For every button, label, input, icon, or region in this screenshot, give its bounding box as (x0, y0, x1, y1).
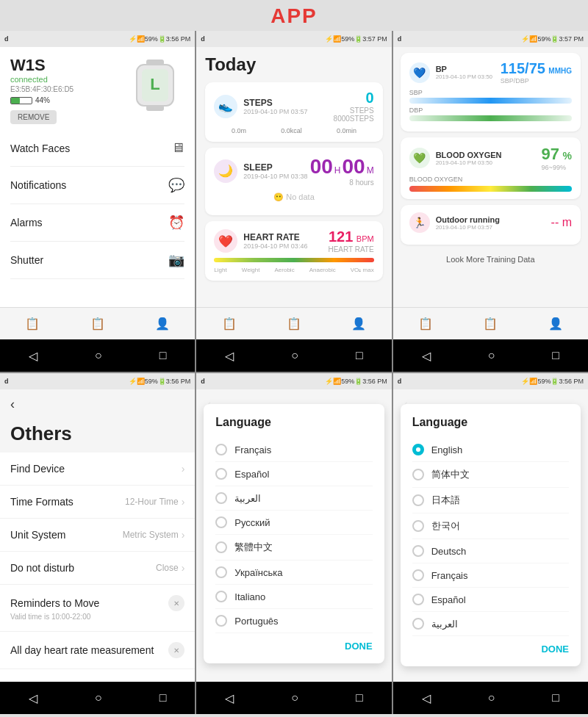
running-date: 2019-04-10 PM 03:57 (436, 224, 551, 231)
unit-system-item[interactable]: Unit System Metric System › (0, 519, 195, 552)
zone-vo2: VO₂ max (351, 267, 374, 273)
back-nav-2[interactable]: ◁ (225, 349, 234, 363)
tab-profile[interactable]: 👤 (155, 317, 170, 331)
language-item[interactable]: Language English › (0, 669, 195, 682)
tab-device[interactable]: 📋 (90, 317, 105, 331)
steps-number: 0 (366, 90, 374, 106)
phone-grid: d ⚡📶59%🔋3:56 PM W1S connected E3:5B:4F:3… (0, 31, 588, 714)
recents-nav-5[interactable]: □ (356, 691, 363, 705)
tab-profile-3[interactable]: 👤 (548, 317, 563, 331)
heart-icon: ❤️ (214, 229, 237, 253)
heart-label: HEART RATE (328, 245, 373, 253)
battery-text: 44% (35, 96, 50, 104)
tab-home[interactable]: 📋 (25, 317, 40, 331)
recents-nav-6[interactable]: □ (552, 691, 559, 705)
lang-done-btn-5[interactable]: DONE (345, 641, 373, 652)
device-info: W1S connected E3:5B:4F:30:E6:D5 44% REMO… (10, 56, 74, 124)
back-nav-5[interactable]: ◁ (225, 691, 234, 705)
language-dialog-5: Language Français Español العربية Русски… (204, 404, 384, 663)
lang-option-arabic-6[interactable]: العربية (412, 612, 569, 636)
allday-heart-toggle[interactable]: ✕ (168, 642, 184, 658)
menu-item-label-notifications: Notifications (10, 179, 66, 191)
remove-button[interactable]: REMOVE (10, 110, 57, 124)
lang-option-trad-chinese[interactable]: 繁體中文 (215, 535, 372, 561)
menu-item-watchfaces[interactable]: Watch Faces 🖥 (10, 130, 184, 167)
oxygen-subunit: 96~99% (542, 164, 572, 171)
radio-italiano (215, 591, 227, 602)
bp-subunit: SBP/DBP (501, 77, 572, 84)
radio-ukrainian (215, 566, 227, 578)
tab-today[interactable]: 📋 (222, 317, 237, 331)
status-right-6: ⚡📶59%🔋3:56 PM (521, 378, 584, 385)
steps-icon: 👟 (214, 95, 237, 118)
find-device-chevron: › (182, 463, 185, 475)
lang-option-japanese[interactable]: 日本語 (412, 488, 569, 514)
tab-device-2[interactable]: 📋 (287, 317, 301, 331)
lang-option-arabic[interactable]: العربية (215, 486, 372, 511)
lang-option-english[interactable]: English (412, 438, 569, 462)
find-device-item[interactable]: Find Device › (0, 453, 195, 486)
steps-goal: 8000STEPS (334, 115, 374, 123)
home-nav-4[interactable]: ○ (95, 691, 102, 705)
time-formats-item[interactable]: Time Formats 12-Hour Time › (0, 486, 195, 519)
status-left-1: d (4, 35, 9, 43)
lang-option-francais[interactable]: Français (215, 438, 372, 462)
menu-item-notifications[interactable]: Notifications 💬 (10, 167, 184, 204)
recents-nav-2[interactable]: □ (356, 349, 363, 362)
oxygen-value: 97 (542, 145, 559, 163)
back-nav-3[interactable]: ◁ (422, 349, 431, 363)
sbp-bar (409, 98, 572, 104)
lang-label-korean: 한국어 (431, 519, 460, 533)
shutter-icon: 📷 (168, 252, 184, 268)
lang-option-simplified[interactable]: 简体中文 (412, 462, 569, 488)
lang-option-deutsch[interactable]: Deutsch (412, 539, 569, 563)
lang-option-russian[interactable]: Русский (215, 511, 372, 535)
lang-option-espanol[interactable]: Español (215, 462, 372, 486)
home-nav-1[interactable]: ○ (95, 349, 102, 362)
lang-option-ukrainian[interactable]: Українська (215, 561, 372, 585)
recents-nav-4[interactable]: □ (159, 691, 167, 705)
app-title: APP (0, 0, 588, 31)
lang-option-portugues[interactable]: Português (215, 609, 372, 633)
lang-done-btn-6[interactable]: DONE (541, 644, 569, 655)
tab-health[interactable]: 📋 (418, 317, 433, 331)
steps-date: 2019-04-10 PM 03:57 (243, 108, 333, 115)
heart-card-header: ❤️ HEART RATE 2019-04-10 PM 03:46 121 BP… (214, 228, 373, 253)
others-back-btn[interactable]: ‹ (0, 389, 195, 419)
dnd-item[interactable]: Do not disturb Close › (0, 552, 195, 585)
training-link[interactable]: Look More Training Data (401, 251, 581, 268)
lang-option-francais-6[interactable]: Français (412, 563, 569, 588)
lang-option-espanol-6[interactable]: Español (412, 588, 569, 612)
home-nav-2[interactable]: ○ (291, 349, 298, 362)
menu-item-label-alarms: Alarms (10, 217, 43, 228)
tab-device-3[interactable]: 📋 (483, 317, 498, 331)
oxygen-card: 💚 BLOOD OXYGEN 2019-04-10 PM 03:50 97 % … (401, 137, 581, 199)
back-nav-6[interactable]: ◁ (422, 691, 431, 705)
menu-item-alarms[interactable]: Alarms ⏰ (10, 204, 184, 242)
lang-done-row-6: DONE (412, 636, 569, 655)
tab-profile-2-icon: 👤 (351, 317, 366, 331)
lang-label-russian: Русский (234, 517, 270, 528)
tab-profile-2[interactable]: 👤 (351, 317, 366, 331)
allday-heart-item[interactable]: All day heart rate measurement ✕ (0, 632, 195, 669)
allday-heart-label: All day heart rate measurement (10, 644, 154, 656)
sleep-big: 00 H 00 M (310, 155, 374, 179)
lang-option-korean[interactable]: 한국어 (412, 514, 569, 539)
steps-card-header: 👟 STEPS 2019-04-10 PM 03:57 0 STEPS 8000… (214, 90, 373, 123)
recents-nav-1[interactable]: □ (159, 349, 167, 362)
home-nav-6[interactable]: ○ (488, 691, 495, 705)
lang-label-espanol-6: Español (431, 594, 466, 605)
lang-option-italiano[interactable]: Italiano (215, 585, 372, 609)
back-nav-4[interactable]: ◁ (29, 691, 37, 705)
home-nav-3[interactable]: ○ (488, 349, 495, 362)
steps-title: STEPS (243, 98, 333, 108)
reminders-item[interactable]: Reminders to Move ✕ Valid time is 10:00-… (0, 585, 195, 632)
recents-nav-3[interactable]: □ (552, 349, 559, 362)
back-nav-1[interactable]: ◁ (29, 349, 37, 363)
menu-item-shutter[interactable]: Shutter 📷 (10, 242, 184, 279)
reminders-toggle[interactable]: ✕ (168, 595, 184, 611)
sleep-hours: 00 (310, 155, 333, 179)
notifications-icon: 💬 (168, 177, 184, 193)
status-left-5: d (201, 378, 205, 385)
home-nav-5[interactable]: ○ (291, 691, 298, 705)
